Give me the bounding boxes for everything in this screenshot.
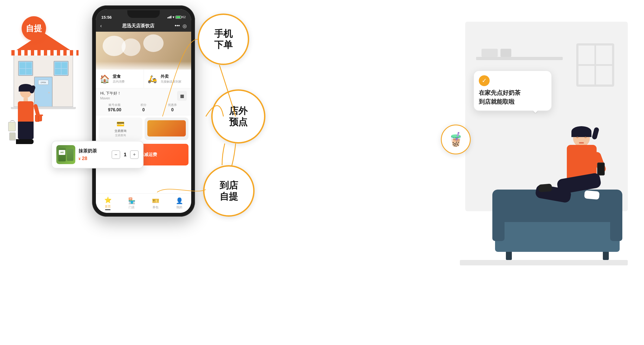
- speech-text: 在家先点好奶茶到店就能取啦: [479, 88, 547, 106]
- transaction-query[interactable]: 💳 交易查询 交易查询: [99, 118, 142, 140]
- points-value: 0: [129, 108, 158, 112]
- qty-minus-button[interactable]: −: [112, 150, 120, 159]
- product-details: 抹茶奶茶 ¥ 28: [79, 148, 97, 161]
- bubble-pickup-line2: 自提: [220, 191, 238, 202]
- bubble-phone-line2: 下单: [214, 39, 233, 50]
- floor: [460, 260, 628, 265]
- store-open-label: OPEN: [41, 82, 46, 83]
- user-stats: 账号余额 976.00 积分 0 优惠券 0: [100, 103, 187, 112]
- qty-control: − 1 +: [112, 150, 139, 159]
- bubble-phone-line1: 手机: [214, 28, 233, 39]
- bubble-outside-line1: 店外: [229, 105, 248, 116]
- user-bar: Hi, 下午好！ Maven ▦ 账号余额 976.00 积分 0: [96, 88, 191, 115]
- qty-number: 1: [122, 152, 128, 158]
- points-label: 积分: [129, 103, 158, 107]
- check-icon: ✓: [479, 75, 490, 86]
- store-badge-label: 自提: [26, 23, 42, 34]
- bubble-pickup-line1: 到店: [220, 180, 238, 191]
- quick-actions: 💳 交易查询 交易查询: [96, 115, 191, 142]
- battery-icon: [175, 16, 181, 19]
- shelf-item-1: [482, 49, 498, 57]
- nav-store[interactable]: 🏪 门店: [120, 194, 144, 213]
- product-image: 抹茶: [56, 145, 75, 164]
- status-time: 15:56: [101, 15, 112, 19]
- product-name: 抹茶奶茶: [79, 148, 97, 154]
- more-icon[interactable]: •••: [175, 23, 180, 29]
- food-preview: [145, 118, 188, 140]
- room-background: ✓ 在家先点好奶茶到店就能取啦 🧋: [444, 22, 628, 292]
- phone-notch: [127, 10, 160, 18]
- dine-icon: 🏠: [99, 73, 110, 85]
- hero-food-image: [96, 32, 191, 70]
- main-container: 自提: [0, 0, 644, 345]
- status-icons: ▾ 52: [167, 15, 186, 19]
- shelf-item-2: [500, 49, 511, 57]
- service-dine[interactable]: 🏠 堂食 店内消费: [96, 70, 144, 88]
- balance-label: 账号余额: [100, 103, 129, 107]
- bag-label: 券包: [152, 205, 158, 209]
- me-label: 我的: [176, 205, 182, 209]
- user-name: Maven: [100, 96, 121, 100]
- app-title: 思迅天店茶饮店: [102, 23, 175, 29]
- nav-home[interactable]: ⭐ 首页: [96, 194, 120, 213]
- home-label: 首页: [105, 204, 111, 209]
- nav-bag[interactable]: 🎫 券包: [144, 194, 167, 213]
- wifi-icon: ▾: [173, 15, 174, 19]
- drink-cup-icon: 🧋: [447, 132, 464, 147]
- qr-button[interactable]: ▦: [177, 91, 187, 101]
- speech-bubble: ✓ 在家先点好奶茶到店就能取啦: [473, 70, 552, 111]
- coupon-stat: 优惠券 0: [158, 103, 187, 112]
- price-value: 28: [82, 156, 87, 161]
- check-symbol: ✓: [482, 77, 487, 84]
- balance-stat: 账号余额 976.00: [100, 103, 129, 112]
- dine-sublabel: 店内消费: [113, 80, 125, 84]
- delivery-icon: 🛵: [147, 73, 158, 85]
- store-icon: 🏪: [128, 197, 135, 204]
- me-icon: 👤: [176, 197, 183, 204]
- product-popup: 抹茶 抹茶奶茶 ¥ 28 − 1 +: [51, 141, 144, 168]
- bubble-pickup: 到店 自提: [203, 165, 255, 217]
- qty-plus-button[interactable]: +: [130, 150, 139, 159]
- bag-icon: 🎫: [152, 197, 159, 204]
- phone-wrapper: 15:56 ▾ 52: [92, 5, 195, 217]
- drink-bubble: 🧋: [441, 125, 471, 154]
- store-section: 自提: [8, 16, 84, 109]
- bubble-outside-line2: 预点: [229, 116, 248, 128]
- phone-screen: 15:56 ▾ 52: [96, 9, 191, 213]
- window-outline: [576, 43, 614, 87]
- balance-value: 976.00: [100, 108, 129, 112]
- bubble-phone-order: 手机 下单: [198, 14, 249, 65]
- dine-label: 堂食: [113, 74, 125, 79]
- service-row: 🏠 堂食 店内消费 🛵 外卖 无接触送喜到家: [96, 70, 191, 88]
- delivery-label: 外卖: [161, 74, 181, 79]
- bottom-nav: ⭐ 首页 🏪 门店 🎫 券包 👤 我的: [96, 193, 191, 213]
- phone-frame: 15:56 ▾ 52: [92, 5, 195, 217]
- delivery-text: 外卖 无接触送喜到家: [161, 74, 181, 84]
- dine-text: 堂食 店内消费: [113, 74, 125, 84]
- coupon-value: 0: [158, 108, 187, 112]
- app-header-icons: ••• ◎: [175, 23, 187, 29]
- transaction-sublabel: 交易查询: [101, 134, 140, 137]
- product-price: ¥ 28: [79, 156, 97, 161]
- coupon-label: 优惠券: [158, 103, 187, 107]
- bubble-outside-order: 店外 预点: [211, 89, 265, 144]
- shelf-1: [476, 57, 563, 60]
- store-badge: 自提: [22, 16, 46, 41]
- store-label: 门店: [129, 205, 135, 209]
- user-greeting: Hi, 下午好！: [100, 91, 121, 96]
- nav-me[interactable]: 👤 我的: [167, 194, 191, 213]
- signal-icon: [167, 16, 171, 18]
- app-header: ‹ 思迅天店茶饮店 ••• ◎: [96, 21, 191, 32]
- service-delivery[interactable]: 🛵 外卖 无接触送喜到家: [144, 70, 191, 88]
- battery-percent: 52: [183, 15, 186, 19]
- price-symbol: ¥: [79, 157, 80, 161]
- person-right: [536, 130, 603, 225]
- transaction-icon: 💳: [101, 120, 140, 128]
- home-icon: ⭐: [104, 197, 112, 204]
- delivery-sublabel: 无接触送喜到家: [161, 80, 181, 84]
- nav-underline: [105, 209, 110, 210]
- transaction-label: 交易查询: [101, 129, 140, 133]
- locate-icon[interactable]: ◎: [183, 23, 187, 29]
- points-stat: 积分 0: [129, 103, 158, 112]
- speech-text-content: 在家先点好奶茶到店就能取啦: [479, 89, 521, 105]
